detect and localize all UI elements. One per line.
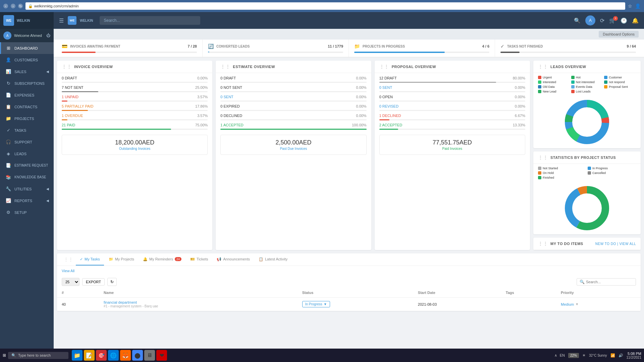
invoice-overview-panel: ⋮⋮ INVOICE OVERVIEW 0 DRAFT 0.00% 7 NOT … (57, 61, 212, 250)
tab-announcements[interactable]: 📢 Announcements (213, 253, 254, 265)
todo-panel-title: My To Do Items (550, 242, 583, 246)
sidebar-item-customers[interactable]: 👤 CUSTOMERS (0, 54, 54, 66)
invoice-paid-bar (62, 129, 208, 130)
legend-new-lead: New Lead (538, 90, 570, 93)
reload-button[interactable]: ↻ (18, 4, 23, 8)
tab-my-tasks[interactable]: ✓ My Tasks (76, 253, 104, 265)
leads-icon: ◈ (6, 151, 11, 156)
utilities-icon: 🔧 (6, 186, 11, 191)
search-input[interactable] (100, 16, 200, 25)
tab-tickets[interactable]: 🎫 Tickets (186, 253, 212, 265)
sidebar-item-leads[interactable]: ◈ LEADS (0, 148, 54, 160)
summary-card-invoices[interactable]: 💳 INVOICES AWAITING PAYMENT 7 / 28 (56, 40, 203, 57)
browser-chrome: ‹ › ↻ 🔒 welkinmktg.com/crm/admin ☆ 👤 (0, 0, 644, 12)
forward-button[interactable]: › (11, 4, 15, 8)
clock-icon[interactable]: 🕐 (621, 17, 627, 24)
sidebar-item-contracts[interactable]: 📋 CONTRACTS (0, 101, 54, 113)
dashboard-options-bar: Dashboard Options (54, 29, 644, 40)
url-text: welkinmktg.com/crm/admin (34, 4, 79, 8)
task-sub-name: #1 - management system - Barq uae (104, 304, 293, 308)
proposal-declined-label: 1 DECLINED (379, 114, 506, 118)
sidebar-item-setup[interactable]: ⚙ SETUP (0, 206, 54, 218)
sidebar-item-subscriptions[interactable]: ↻ SUBSCRIPTIONS (0, 77, 54, 89)
leads-progress-bar (208, 52, 343, 53)
export-button[interactable]: EXPORT (82, 278, 105, 286)
per-page-select[interactable]: 25 50 100 (62, 278, 79, 286)
invoice-panel-title: INVOICE OVERVIEW (74, 65, 113, 69)
sidebar-label-setup: SETUP (14, 210, 27, 215)
bell-icon[interactable]: 🔔 (632, 17, 639, 24)
sidebar-item-reports[interactable]: 📈 REPORTS ◀ (0, 195, 54, 206)
projects-progress-bar (354, 52, 489, 53)
task-status-badge[interactable]: In Progress ▼ (302, 301, 330, 307)
sidebar-label-customers: CUSTOMERS (14, 58, 38, 62)
sidebar-item-sales[interactable]: 📊 SALES ◀ (0, 66, 54, 77)
invoice-item-partial: 5 PARTIALLY PAID 17.86% (57, 103, 212, 110)
invoice-item-overdue: 1 OVERDUE 3.57% (57, 112, 212, 119)
summary-card-projects[interactable]: 📁 PROJECTS IN PROGRESS 4 / 6 (349, 40, 495, 57)
dashboard-options-button[interactable]: Dashboard Options (599, 31, 639, 38)
project-status-header: ⋮⋮ Statistics by Project Status (533, 152, 641, 164)
estimate-draft-pct: 0.00% (350, 76, 367, 80)
sidebar-item-support[interactable]: 🎧 SUPPORT (0, 136, 54, 148)
avatar[interactable]: A (585, 15, 595, 25)
sidebar-item-estimate[interactable]: 📑 ESTIMATE REQUEST (0, 160, 54, 171)
latest-activity-label: Latest Activity (265, 257, 287, 261)
search-icon[interactable]: 🔍 (574, 17, 581, 24)
estimate-amount-label: Past Due Invoices (225, 147, 362, 150)
legend-on-hold: On Hold (538, 171, 586, 175)
estimate-overview-panel: ⋮⋮ ESTIMATE OVERVIEW 0 DRAFT 0.00% 0 NOT… (216, 61, 371, 250)
hamburger-icon[interactable]: ☰ (59, 17, 64, 24)
todo-view-all-link[interactable]: View All (619, 242, 636, 246)
cart-icon[interactable]: 🛒 3 (609, 17, 616, 24)
sidebar-item-tasks[interactable]: ✓ TASKS (0, 124, 54, 136)
refresh-button[interactable]: ↻ (107, 278, 117, 286)
legend-proposal-sent: Proposal Sent (604, 85, 636, 88)
tasks-card-count: 9 / 64 (627, 44, 636, 48)
sidebar-item-projects[interactable]: 📁 PROJECTS (0, 113, 54, 124)
tab-my-reminders[interactable]: 🔔 My Reminders 24 (139, 253, 185, 265)
task-search-input[interactable] (586, 280, 633, 284)
sidebar-item-expenses[interactable]: 📄 EXPENSES (0, 89, 54, 101)
view-all-link[interactable]: View All (62, 269, 74, 273)
legend-not-started: Not Started (538, 167, 586, 170)
star-icon[interactable]: ☆ (628, 3, 632, 9)
back-button[interactable]: ‹ (3, 4, 8, 8)
svg-point-11 (573, 194, 601, 222)
estimate-item-accepted: 1 ACCEPTED 100.00% (216, 121, 371, 129)
logo: WE (3, 15, 14, 26)
estimate-item-draft: 0 DRAFT 0.00% (216, 74, 371, 82)
address-bar[interactable]: 🔒 welkinmktg.com/crm/admin (25, 2, 625, 10)
estimate-declined-label: 0 DECLINED (220, 114, 347, 118)
summary-card-tasks-not-finished[interactable]: ✓ TASKS NOT FINISHED 9 / 64 (495, 40, 641, 57)
sidebar-item-dashboard[interactable]: ⊞ DASHBOARD (0, 42, 54, 54)
estimate-notsent-pct: 0.00% (350, 85, 367, 89)
sidebar-label-leads: LEADS (14, 152, 26, 156)
sidebar-label-utilities: UTILITIES (14, 187, 32, 191)
estimate-amount-value: 2,500.00AED (225, 139, 362, 146)
sidebar-item-knowledge[interactable]: 📚 KNOWLEDGE BASE (0, 171, 54, 183)
sidebar-label-estimate: ESTIMATE REQUEST (14, 164, 48, 167)
summary-card-leads[interactable]: 🔄 CONVERTED LEADS 11 / 1779 (203, 40, 349, 57)
expenses-icon: 📄 (6, 93, 11, 98)
user-greeting: Welcome Ahmed (14, 34, 44, 38)
profile-icon[interactable]: 👤 (635, 3, 641, 9)
invoice-amount-value: 18,200.00AED (66, 139, 203, 146)
proposal-accepted-pct: 13.33% (508, 123, 525, 127)
content-row: ⋮⋮ INVOICE OVERVIEW 0 DRAFT 0.00% 7 NOT … (54, 57, 644, 253)
sidebar-item-utilities[interactable]: 🔧 UTILITIES ◀ (0, 183, 54, 195)
estimate-panel-header: ⋮⋮ ESTIMATE OVERVIEW (216, 61, 371, 73)
new-todo-link[interactable]: New To Do (595, 242, 616, 246)
tab-latest-activity[interactable]: 📋 Latest Activity (255, 253, 291, 265)
share-icon[interactable]: ⟳ (600, 17, 604, 24)
legend-lost-leads: Lost Leads (571, 90, 603, 93)
task-name-link[interactable]: financial department (104, 300, 137, 304)
tasks-tabs: ⋮⋮ ✓ My Tasks 📁 My Projects 🔔 My Reminde… (57, 253, 641, 266)
tab-my-projects[interactable]: 📁 My Projects (105, 253, 138, 265)
leads-handle: ⋮⋮ (538, 64, 548, 69)
my-tasks-icon: ✓ (80, 257, 83, 261)
power-icon[interactable]: ⏻ (46, 33, 50, 38)
sidebar-label-dashboard: DASHBOARD (14, 46, 38, 50)
estimate-notsent-label: 0 NOT SENT (220, 85, 347, 89)
tickets-icon: 🎫 (190, 257, 195, 261)
